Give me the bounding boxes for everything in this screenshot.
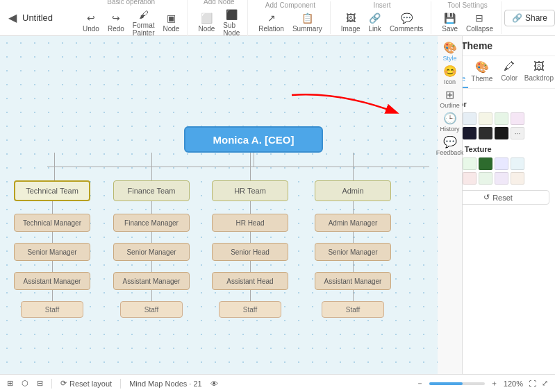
statusbar-right: － ＋ 120% ⛶ ⤢ [416, 378, 548, 389]
texture-swatch-10[interactable] [511, 172, 524, 185]
eye-button[interactable]: 👁 [210, 380, 218, 388]
reset-layout-icon: ⟳ [60, 379, 67, 388]
staff-node-a[interactable]: Staff [322, 301, 384, 318]
side-icon-style[interactable]: 🎨 Style [439, 40, 461, 62]
texture-swatch-7[interactable] [463, 172, 477, 185]
reset-label: Reset [492, 194, 513, 202]
mgr-node-h3[interactable]: Assistant Head [212, 272, 288, 290]
mgr-node-f2[interactable]: Senior Manager [113, 243, 190, 261]
toolbar-group-basic: Basic operation ↩Undo ↪Redo 🖌Format Pain… [75, 0, 188, 38]
color-swatch-5[interactable] [511, 112, 524, 125]
texture-swatch-2[interactable] [463, 157, 477, 170]
app-title: Untitled [22, 12, 64, 23]
mgr-node-f1[interactable]: Finance Manager [113, 214, 190, 232]
toolbar: ◀ Untitled Basic operation ↩Undo ↪Redo 🖌… [0, 0, 555, 36]
summary-button[interactable]: 📋Summary [290, 10, 324, 34]
status-icon-1[interactable]: ⊞ [7, 379, 13, 388]
link-button[interactable]: 🔗Link [367, 10, 383, 34]
reset-layout-label: Reset layout [69, 380, 112, 388]
panel-tab-color[interactable]: 🖍 Color [496, 56, 523, 88]
expand-button[interactable]: ⤢ [542, 379, 548, 388]
color-swatch-7[interactable] [463, 127, 477, 139]
mgr-node-a2[interactable]: Senior Manager [315, 243, 391, 261]
red-arrow [285, 88, 417, 123]
color-swatch-8[interactable] [479, 127, 492, 139]
side-icon-history[interactable]: 🕒 History [439, 111, 461, 133]
dept-node-finance[interactable]: Finance Team [113, 180, 190, 201]
mgr-node-f3[interactable]: Assistant Manager [113, 272, 190, 290]
panel-tab-backdrop[interactable]: 🖼 Backdrop [523, 56, 555, 88]
toolbar-group-addcomp: Add Component ↗Relation 📋Summary [251, 1, 331, 34]
node-button[interactable]: ▣Node [161, 10, 182, 34]
theme2-tab-icon: 🎨 [475, 60, 489, 74]
mgr-node-h2[interactable]: Senior Head [212, 243, 288, 261]
image-button[interactable]: 🖼Image [339, 10, 363, 34]
node-info: Mind Map Nodes · 21 [129, 380, 202, 388]
statusbar: ⊞ ⬡ ⊟ ⟳ Reset layout Mind Map Nodes · 21… [0, 374, 555, 392]
dept-node-technical[interactable]: Technical Team [14, 180, 90, 201]
dept-node-hr[interactable]: HR Team [212, 180, 288, 201]
back-button[interactable]: ◀ [6, 11, 19, 24]
fullscreen-button[interactable]: ⛶ [529, 380, 536, 388]
texture-swatch-8[interactable] [479, 172, 492, 185]
add-node-button[interactable]: ⬜Node [196, 10, 217, 34]
color-tab-icon: 🖍 [504, 60, 515, 73]
mgr-node-t1[interactable]: Technical Manager [14, 214, 90, 232]
comments-button[interactable]: 💬Comments [388, 10, 425, 34]
color-swatch-9[interactable] [495, 127, 508, 139]
status-separator-2 [120, 379, 121, 389]
toolbar-group-tools: Tool Settings 💾Save ⊟Collapse [434, 1, 502, 34]
mgr-node-t3[interactable]: Assistant Manager [14, 272, 90, 290]
side-icon-icon[interactable]: 😊 Icon [439, 64, 461, 86]
toolbar-group-insert: Insert 🖼Image 🔗Link 💬Comments [333, 1, 432, 34]
toolbar-group-addnode: Add Node ⬜Node ⬛Sub Node [190, 0, 248, 38]
mgr-node-h1[interactable]: HR Head [212, 214, 288, 232]
relation-button[interactable]: ↗Relation [256, 10, 286, 34]
outline-icon: ⊞ [445, 88, 454, 101]
staff-node-f[interactable]: Staff [120, 301, 183, 318]
color-swatch-4[interactable] [495, 112, 508, 125]
zoom-plus-button[interactable]: ＋ [490, 378, 498, 389]
share-button[interactable]: 🔗 Share [504, 10, 555, 26]
sub-node-button[interactable]: ⬛Sub Node [221, 7, 242, 38]
color-swatch-more[interactable]: ··· [511, 127, 524, 139]
save-button[interactable]: 💾Save [440, 10, 460, 34]
ceo-node[interactable]: Monica A. [CEO] [184, 126, 323, 153]
panel-title: Theme [461, 40, 492, 51]
side-icon-feedback[interactable]: 💬 Feedback [439, 135, 461, 157]
panel-tab-theme2[interactable]: 🎨 Theme [468, 56, 495, 88]
toolbar-right: 🔗 Share 📤 Export [504, 10, 555, 26]
undo-button[interactable]: ↩Undo [81, 10, 101, 34]
main-area: Monica A. [CEO] Technical Team Technical… [0, 36, 555, 392]
color-swatch-2[interactable] [463, 112, 477, 125]
texture-swatch-9[interactable] [495, 172, 508, 185]
mgr-node-t2[interactable]: Senior Manager [14, 243, 90, 261]
eye-icon: 👁 [210, 380, 218, 388]
history-icon: 🕒 [443, 112, 457, 125]
dept-node-admin[interactable]: Admin [315, 180, 391, 201]
canvas[interactable]: Monica A. [CEO] Technical Team Technical… [0, 36, 440, 392]
mgr-node-a1[interactable]: Admin Manager [315, 214, 391, 232]
grid-icon: ⊞ [7, 379, 13, 388]
texture-swatch-4[interactable] [495, 157, 508, 170]
share-label: Share [525, 13, 547, 23]
texture-swatch-5[interactable] [511, 157, 524, 170]
side-icon-outline[interactable]: ⊞ Outline [439, 87, 461, 110]
zoom-level-label: 120% [504, 380, 523, 388]
share-icon: 🔗 [512, 13, 522, 23]
minus-icon: ⊟ [37, 379, 43, 388]
mgr-node-a3[interactable]: Assistant Manager [315, 272, 391, 290]
reset-layout-button[interactable]: ⟳ Reset layout [60, 379, 112, 388]
redo-button[interactable]: ↪Redo [106, 10, 126, 34]
format-painter-button[interactable]: 🖌Format Painter [131, 7, 157, 38]
collapse-button[interactable]: ⊟Collapse [464, 10, 495, 34]
staff-node-t[interactable]: Staff [21, 301, 83, 318]
status-icon-2[interactable]: ⬡ [22, 379, 28, 388]
staff-node-h[interactable]: Staff [219, 301, 281, 318]
status-icon-3[interactable]: ⊟ [37, 379, 43, 388]
texture-swatch-3[interactable] [479, 157, 492, 170]
zoom-minus-button[interactable]: － [416, 378, 424, 389]
status-separator-1 [51, 379, 52, 389]
color-swatch-3[interactable] [479, 112, 492, 125]
zoom-slider[interactable] [429, 382, 485, 385]
